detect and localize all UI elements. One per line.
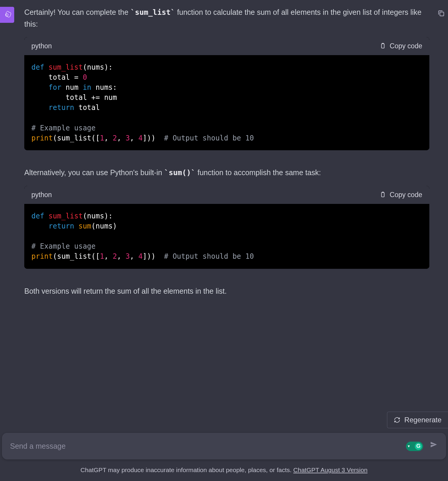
- inline-code: `sum()`: [164, 168, 195, 177]
- footer-text: ChatGPT may produce inaccurate informati…: [81, 466, 293, 473]
- regenerate-icon: [394, 417, 400, 423]
- copy-label: Copy code: [390, 190, 422, 200]
- grammarly-widget[interactable]: ▾ G: [406, 442, 423, 451]
- svg-rect-1: [440, 12, 444, 16]
- message-input-placeholder: Send a message: [10, 440, 406, 452]
- code-header: python Copy code: [24, 186, 429, 204]
- mid-text: Alternatively, you can use Python's buil…: [24, 167, 429, 179]
- code-body: def sum_list(nums): total = 0 for num in…: [24, 55, 429, 150]
- footer-version-link[interactable]: ChatGPT August 3 Version: [293, 466, 368, 473]
- svg-rect-3: [381, 193, 384, 197]
- code-block-1: python Copy code def sum_list(nums): tot…: [24, 37, 429, 150]
- text-span: Certainly! You can complete the: [24, 8, 131, 16]
- text-span: Alternatively, you can use Python's buil…: [24, 168, 164, 177]
- svg-point-0: [6, 14, 8, 16]
- code-body: def sum_list(nums): return sum(nums) # E…: [24, 204, 429, 269]
- grammarly-g-icon: G: [414, 442, 423, 450]
- send-button[interactable]: [430, 440, 438, 452]
- svg-rect-2: [381, 44, 384, 48]
- text-span: function to accomplish the same task:: [195, 168, 321, 177]
- code-block-2: python Copy code def sum_list(nums): ret…: [24, 186, 429, 269]
- copy-message-icon[interactable]: [437, 9, 445, 20]
- clipboard-icon: [380, 43, 386, 49]
- openai-logo-icon: [3, 10, 12, 19]
- outro-text: Both versions will return the sum of all…: [24, 285, 429, 297]
- regenerate-label: Regenerate: [404, 416, 441, 424]
- message-input-bar[interactable]: Send a message ▾ G: [2, 433, 446, 459]
- footer-disclaimer: ChatGPT may produce inaccurate informati…: [0, 465, 448, 475]
- message-actions: [437, 9, 445, 20]
- code-lang-label: python: [31, 41, 52, 52]
- code-header: python Copy code: [24, 37, 429, 55]
- send-icon: [430, 440, 438, 449]
- assistant-avatar: [0, 7, 14, 23]
- code-lang-label: python: [31, 190, 52, 200]
- clipboard-icon: [380, 191, 386, 198]
- intro-text: Certainly! You can complete the `sum_lis…: [24, 7, 429, 30]
- regenerate-button[interactable]: Regenerate: [387, 412, 448, 428]
- grammarly-arrow-icon: ▾: [408, 443, 410, 450]
- copy-label: Copy code: [390, 41, 422, 52]
- copy-code-button[interactable]: Copy code: [380, 41, 422, 52]
- inline-code: `sum_list`: [131, 8, 175, 17]
- assistant-message: Certainly! You can complete the `sum_lis…: [0, 0, 448, 297]
- copy-code-button[interactable]: Copy code: [380, 190, 422, 200]
